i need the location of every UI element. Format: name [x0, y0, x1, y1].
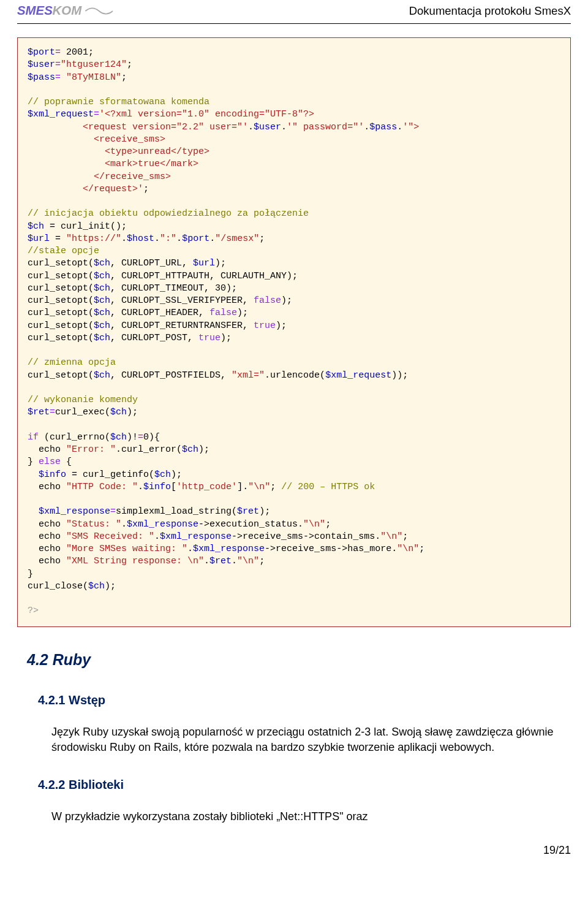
- logo: SMES KOM: [17, 2, 119, 20]
- heading-ruby: 4.2 Ruby: [27, 649, 571, 671]
- svg-text:SMES: SMES: [17, 4, 53, 17]
- code-block: $port= 2001; $user="htguser124"; $pass= …: [17, 37, 571, 627]
- doc-title: Dokumentacja protokołu SmesX: [409, 3, 571, 19]
- paragraph-intro: Język Ruby uzyskał swoją popularność w p…: [51, 725, 561, 755]
- svg-text:KOM: KOM: [53, 4, 83, 17]
- heading-wstep: 4.2.1 Wstęp: [38, 691, 571, 709]
- page-number: 19/21: [17, 843, 571, 858]
- page-header: SMES KOM Dokumentacja protokołu SmesX: [17, 0, 571, 24]
- heading-biblioteki: 4.2.2 Biblioteki: [38, 776, 571, 793]
- paragraph-libs: W przykładzie wykorzystana zostały bibli…: [51, 809, 561, 824]
